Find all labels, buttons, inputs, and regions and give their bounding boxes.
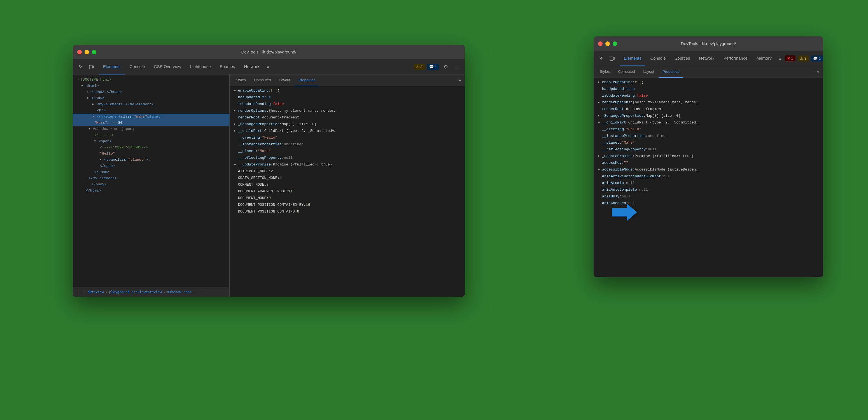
close-button[interactable] (77, 50, 82, 54)
breadcrumb-preview[interactable]: playground-preview#preview (109, 290, 162, 294)
prop-colon: : (269, 88, 271, 94)
prop-colon: : (260, 115, 262, 121)
warning-badge-back[interactable]: ⚠ 3 (798, 55, 809, 61)
prop-name: enableUpdating (238, 88, 269, 94)
info-badge[interactable]: 💬 1 (427, 64, 439, 70)
tab-network[interactable]: Network (240, 59, 264, 74)
prop-value: 8 (297, 209, 299, 215)
tab-layout[interactable]: Layout (275, 74, 294, 86)
panel-more-icon-back[interactable]: » (815, 68, 821, 76)
dom-content[interactable]: <!DOCTYPE html> ▼ <html> ▶ <head>…</head… (73, 74, 229, 287)
prop-row: ▶ _$changedProperties : Map(0) {size: 0} (229, 121, 465, 128)
prop-triangle: ▶ (598, 153, 602, 159)
warning-count-back: 3 (804, 56, 806, 60)
more-tabs-button[interactable]: » (265, 62, 272, 72)
maximize-button[interactable] (92, 50, 96, 54)
prop-row: ▶ __reflectingProperty : null (594, 146, 823, 153)
prop-colon: : (277, 175, 279, 181)
tab-properties-back[interactable]: Properties (658, 66, 683, 78)
tab-console-back[interactable]: Console (647, 51, 670, 66)
svg-rect-1 (92, 66, 94, 68)
prop-value: null (622, 193, 630, 200)
more-tabs-back[interactable]: » (777, 54, 784, 63)
dom-line[interactable]: ▼ <body> (73, 95, 229, 101)
prop-triangle: ▶ (234, 161, 238, 168)
tab-lighthouse[interactable]: Lighthouse (186, 59, 215, 74)
prop-row: ▶ DOCUMENT_POSITION_CONTAINED_BY : 16 (229, 202, 465, 208)
info-icon-back: 💬 (813, 56, 817, 60)
warning-badge[interactable]: ⚠ 3 (414, 64, 425, 70)
prop-colon: : (269, 168, 271, 175)
tab-elements[interactable]: Elements (99, 59, 125, 74)
warning-icon-back: ⚠ (800, 56, 803, 60)
tab-computed[interactable]: Computed (250, 74, 275, 86)
tab-sources-back[interactable]: Sources (671, 51, 694, 66)
error-badge-back[interactable]: ✖ 1 (785, 55, 796, 61)
settings-icon[interactable]: ⚙ (441, 62, 450, 71)
device-icon-back[interactable] (608, 54, 617, 63)
lit-comment: <!--?lit$927534869$--> (100, 145, 148, 151)
toolbar-back: Elements Console Sources Network Perform… (594, 51, 823, 66)
tab-computed-back[interactable]: Computed (614, 66, 639, 78)
tab-layout-back[interactable]: Layout (639, 66, 658, 78)
more-options-icon[interactable]: ⋮ (453, 62, 461, 71)
dom-line[interactable]: ▼ <span> (73, 138, 229, 145)
dom-line[interactable]: ▶ <hr> (73, 108, 229, 114)
prop-row: ▶ hasUpdated : true (594, 86, 823, 92)
prop-value: Map(0) {size: 0} (282, 121, 317, 127)
tab-elements-back[interactable]: Elements (620, 51, 645, 66)
tab-performance-back[interactable]: Performance (720, 51, 751, 66)
prop-name: __greeting (602, 126, 624, 132)
prop-row: ▶ ariaAutoComplete : null (594, 186, 823, 193)
tab-network-back[interactable]: Network (695, 51, 718, 66)
span-class-attr: class= (115, 157, 128, 163)
tab-sources[interactable]: Sources (216, 59, 239, 74)
inspect-icon[interactable] (76, 62, 85, 71)
prop-value: Promise {<fulfilled>: true} (635, 153, 694, 159)
prop-row: ▶ renderRoot : document-fragment (594, 106, 823, 113)
prop-row: ▶ _$changedProperties : Map(0) {size: 0} (594, 113, 823, 119)
minimize-button[interactable] (85, 50, 89, 54)
breadcrumb-ellipsis: ... (76, 290, 82, 294)
dom-line: <!--?lit$927534869$--> (73, 145, 229, 151)
panel-more-icon[interactable]: » (457, 77, 463, 84)
svg-rect-3 (610, 57, 613, 60)
inspect-icon-back[interactable] (597, 54, 606, 63)
dom-line[interactable]: ▶ <head>…</head> (73, 89, 229, 95)
prop-row: ▶ ariaActiveDescendantElement : null (594, 173, 823, 180)
close-button-back[interactable] (598, 41, 602, 46)
prop-colon: : (282, 155, 284, 161)
tab-properties[interactable]: Properties (294, 74, 319, 86)
prop-name: __updatePromise (238, 161, 271, 168)
device-icon[interactable] (87, 62, 96, 71)
dom-line-selected[interactable]: ▼ <my-element class= "mars" planet= (73, 114, 229, 120)
toolbar-right: ⚠ 3 💬 1 ⚙ ⋮ (414, 62, 461, 71)
properties-panel-back: Styles Computed Layout Properties » ▶ en… (594, 66, 823, 277)
dom-line[interactable]: ▼ #shadow-root (open) (73, 126, 229, 132)
breadcrumb-shadow-root[interactable]: #shadow-root (167, 290, 191, 294)
prop-colon: : (619, 140, 622, 146)
tab-css-overview[interactable]: CSS Overview (150, 59, 185, 74)
breadcrumb-dpreview[interactable]: dPreview (88, 290, 104, 294)
minimize-button-back[interactable] (606, 41, 610, 46)
tab-console[interactable]: Console (126, 59, 149, 74)
tab-styles[interactable]: Styles (232, 74, 249, 86)
prop-colon: : (644, 113, 646, 119)
prop-name: ariaAutoComplete (602, 187, 637, 193)
tab-memory-back[interactable]: Memory (753, 51, 776, 66)
prop-row: ▶ hasUpdated : true (229, 94, 465, 101)
span-tag: <span> (99, 138, 112, 145)
properties-content-back[interactable]: ▶ enableUpdating : f () ▶ hasUpdated : t… (594, 78, 823, 277)
maximize-button-back[interactable] (613, 41, 617, 46)
dom-line[interactable]: ▶ <my-element>…</my-element> (73, 101, 229, 108)
properties-content-front[interactable]: ▶ enableUpdating : f () ▶ hasUpdated : t… (229, 86, 465, 297)
info-badge-back[interactable]: 💬 1 (811, 55, 823, 61)
tab-styles-back[interactable]: Styles (596, 66, 614, 78)
dom-line[interactable]: ▼ <html> (73, 83, 229, 89)
dollar-eq: > == $0 (107, 120, 123, 126)
span-class-value: "planet" (128, 157, 146, 163)
prop-name: ariaBusy (602, 193, 619, 200)
toolbar-right-back: ✖ 1 ⚠ 3 💬 1 ⚙ ⋮ (785, 54, 823, 63)
dom-line[interactable]: ▶ <span class= "planet" >… (73, 157, 229, 163)
class-attr: class= (121, 114, 134, 120)
